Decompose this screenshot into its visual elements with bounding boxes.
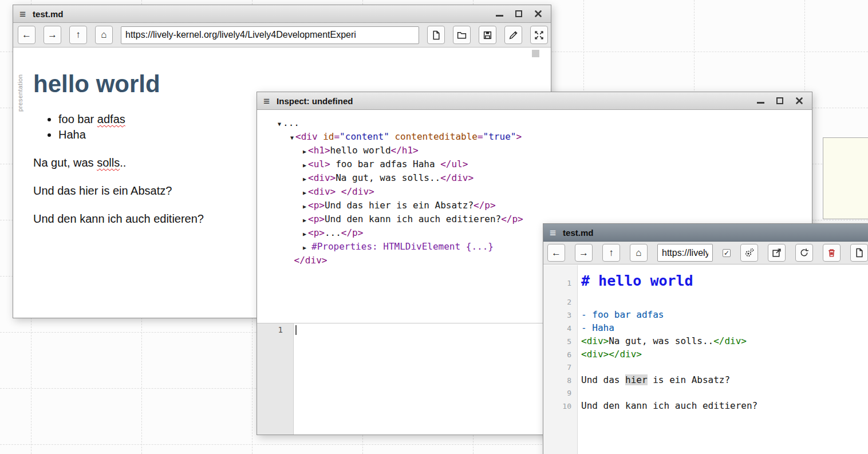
reload-button[interactable] bbox=[795, 244, 813, 262]
forward-button[interactable]: → bbox=[575, 244, 593, 262]
minimize-button[interactable] bbox=[495, 9, 504, 18]
open-external-button[interactable] bbox=[768, 244, 786, 262]
dom-tree-node[interactable]: ▶<ul> foo bar adfas Haha </ul> bbox=[278, 158, 807, 172]
editor-line[interactable]: 3- foo bar adfas bbox=[543, 309, 868, 322]
disclosure-triangle-icon[interactable]: ▶ bbox=[303, 217, 306, 223]
disclosure-triangle-icon[interactable]: ▶ bbox=[303, 190, 306, 196]
syntax-segment: <div bbox=[295, 131, 323, 142]
titlebar[interactable]: ≡ test.md bbox=[543, 224, 868, 242]
navigation-toolbar: ← → ↑ ⌂ bbox=[13, 23, 551, 48]
editor-line[interactable]: 8Und das hier is ein Absatz? bbox=[543, 374, 868, 387]
minimize-button[interactable] bbox=[756, 96, 765, 105]
disclosure-triangle-icon[interactable]: ▶ bbox=[303, 162, 306, 168]
syntax-segment: </p> bbox=[501, 214, 523, 224]
settings-button[interactable] bbox=[740, 244, 758, 262]
syntax-segment: Und den kann ich auch editieren? bbox=[325, 214, 501, 224]
open-folder-button[interactable] bbox=[453, 26, 471, 44]
syntax-segment: Und den kann ich auch editieren? bbox=[581, 400, 757, 411]
close-icon bbox=[795, 97, 803, 105]
syntax-segment: <div> bbox=[308, 186, 336, 197]
code-line-text: - Haha bbox=[578, 322, 614, 334]
editor-line[interactable]: 5<div>Na gut, was solls..</div> bbox=[543, 335, 868, 348]
home-button[interactable]: ⌂ bbox=[630, 244, 648, 262]
editor-line[interactable]: 7 bbox=[543, 361, 868, 374]
editor-line[interactable]: 9 bbox=[543, 387, 868, 400]
back-button[interactable]: ← bbox=[18, 26, 35, 44]
edit-button[interactable] bbox=[504, 26, 522, 44]
up-button[interactable]: ↑ bbox=[69, 26, 87, 44]
dom-tree-node[interactable]: ▶<p>Und das hier is ein Absatz?</p> bbox=[278, 199, 807, 213]
new-file-button[interactable] bbox=[427, 26, 445, 44]
syntax-segment: hier bbox=[625, 374, 648, 385]
syntax-segment: = bbox=[334, 131, 340, 142]
disclosure-triangle-icon[interactable]: ▼ bbox=[290, 135, 294, 141]
scrollbar-nub[interactable] bbox=[532, 50, 539, 57]
syntax-segment: </div> bbox=[609, 349, 642, 360]
md-misspelled-word: solls bbox=[97, 156, 120, 169]
disclosure-triangle-icon[interactable]: ▼ bbox=[278, 121, 281, 127]
editor-line[interactable]: 4- Haha bbox=[543, 322, 868, 335]
new-file-button[interactable] bbox=[850, 244, 868, 262]
background-window-fragment bbox=[823, 137, 868, 219]
line-number: 6 bbox=[543, 349, 578, 361]
expand-button[interactable] bbox=[530, 26, 548, 44]
code-line-text: - foo bar adfas bbox=[578, 309, 664, 321]
menu-icon[interactable]: ≡ bbox=[19, 9, 26, 19]
maximize-button[interactable] bbox=[775, 96, 784, 105]
line-number: 8 bbox=[543, 374, 578, 387]
home-button[interactable]: ⌂ bbox=[95, 26, 113, 44]
markdown-source-editor[interactable]: 1# hello world23- foo bar adfas4- Haha5<… bbox=[543, 265, 868, 454]
editor-line[interactable]: 10Und den kann ich auch editieren? bbox=[543, 400, 868, 413]
external-link-icon bbox=[772, 248, 782, 258]
dom-tree-node[interactable]: ▶<div> </div> bbox=[278, 185, 807, 199]
syntax-segment: hello world bbox=[330, 145, 391, 156]
syntax-segment: </div> bbox=[294, 255, 328, 266]
syntax-segment: - foo bar adfas bbox=[581, 309, 664, 320]
titlebar[interactable]: ≡ test.md bbox=[13, 5, 551, 23]
expand-icon bbox=[534, 30, 544, 40]
up-button[interactable]: ↑ bbox=[602, 244, 620, 262]
maximize-button[interactable] bbox=[514, 9, 523, 18]
pencil-icon bbox=[508, 30, 518, 40]
syntax-segment: # hello world bbox=[581, 273, 693, 289]
folder-icon bbox=[457, 30, 467, 40]
code-line-text: Und den kann ich auch editieren? bbox=[578, 400, 757, 412]
editor-line[interactable]: 1# hello world bbox=[543, 269, 868, 296]
disclosure-triangle-icon[interactable]: ▶ bbox=[303, 176, 306, 182]
syntax-segment: Und das hier is ein Absatz? bbox=[325, 200, 474, 211]
close-button[interactable] bbox=[795, 96, 804, 105]
dom-tree-node[interactable]: ▼<div id="content" contenteditable="true… bbox=[278, 131, 807, 144]
md-text: .. bbox=[120, 156, 126, 169]
save-button[interactable] bbox=[479, 26, 496, 44]
toolbar-checkbox[interactable]: ✓ bbox=[723, 249, 731, 257]
menu-icon[interactable]: ≡ bbox=[550, 227, 556, 238]
titlebar[interactable]: ≡ Inspect: undefined bbox=[257, 92, 812, 110]
dom-tree-node[interactable]: ▶<h1>hello world</h1> bbox=[278, 144, 807, 158]
menu-icon[interactable]: ≡ bbox=[263, 96, 270, 106]
close-button[interactable] bbox=[534, 9, 543, 18]
new-file-icon bbox=[431, 30, 441, 40]
dom-tree-node[interactable]: ▼... bbox=[278, 117, 807, 131]
syntax-segment: <p> bbox=[308, 200, 325, 211]
disclosure-triangle-icon[interactable]: ▶ bbox=[303, 203, 306, 210]
code-line-text: <div></div> bbox=[578, 348, 642, 361]
back-button[interactable]: ← bbox=[547, 244, 565, 262]
editor-line[interactable]: 2 bbox=[543, 296, 868, 309]
code-line-text: # hello world bbox=[578, 269, 693, 295]
syntax-segment: > bbox=[516, 131, 522, 142]
syntax-segment: </p> bbox=[341, 227, 364, 238]
dom-tree-node[interactable]: ▶<div>Na gut, was solls..</div> bbox=[278, 172, 807, 185]
disclosure-triangle-icon[interactable]: ▶ bbox=[303, 244, 310, 251]
url-input[interactable] bbox=[121, 26, 419, 44]
disclosure-triangle-icon[interactable]: ▶ bbox=[303, 148, 306, 155]
editor-line[interactable]: 6<div></div> bbox=[543, 348, 868, 361]
syntax-segment: </ul> bbox=[440, 159, 468, 169]
window-title: test.md bbox=[33, 9, 63, 19]
delete-button[interactable] bbox=[823, 244, 841, 262]
syntax-segment: </h1> bbox=[391, 145, 419, 156]
forward-button[interactable]: → bbox=[44, 26, 61, 44]
disclosure-triangle-icon[interactable]: ▶ bbox=[303, 231, 306, 237]
syntax-segment: - Haha bbox=[581, 322, 614, 333]
syntax-segment: </div> bbox=[341, 186, 374, 197]
url-input[interactable] bbox=[657, 244, 713, 262]
